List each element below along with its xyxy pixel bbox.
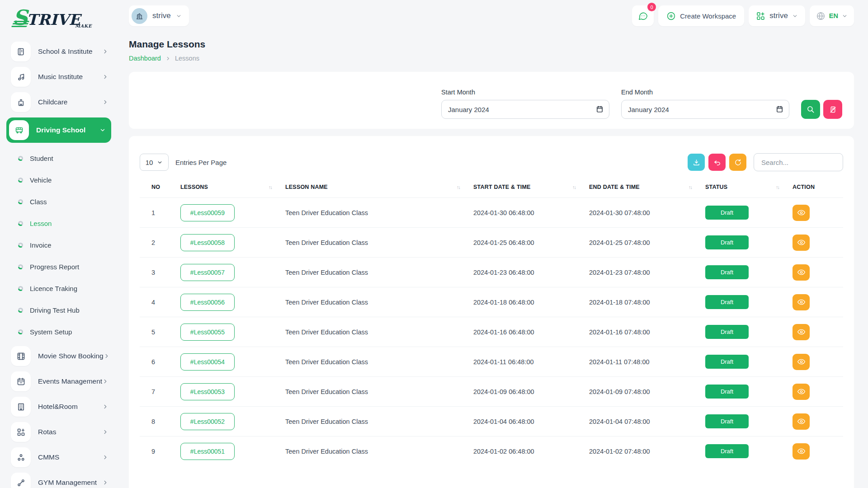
language-selector[interactable]: EN — [810, 5, 854, 26]
sidebar-subitem-label: Invoice — [30, 241, 52, 249]
sort-icon[interactable]: ↑↓ — [269, 184, 272, 190]
sort-icon[interactable]: ↑↓ — [457, 184, 460, 190]
sidebar-subitem-driving-test-hub[interactable]: Driving Test Hub — [11, 300, 108, 320]
download-icon — [693, 159, 700, 166]
export-button[interactable] — [688, 154, 705, 171]
search-icon — [807, 105, 815, 113]
row-number: 3 — [140, 258, 180, 287]
lesson-code-badge[interactable]: #Less00051 — [180, 443, 235, 460]
chevron-right-icon — [104, 353, 110, 359]
page-title: Manage Lessons — [129, 39, 854, 50]
column-header-status[interactable]: STATUS↑↓ — [705, 184, 793, 198]
sort-icon[interactable]: ↑↓ — [689, 184, 692, 190]
sidebar-item-events-management[interactable]: Events Management — [11, 371, 108, 391]
sidebar-subitem-licence-traking[interactable]: Licence Traking — [11, 278, 108, 298]
strive-logo[interactable]: STRIVE MAKE — [13, 5, 103, 31]
sidebar-subitem-student[interactable]: Student — [11, 148, 108, 168]
sidebar-item-hotel-room[interactable]: Hotel&Room — [11, 397, 108, 417]
eye-icon — [797, 238, 806, 247]
lesson-code-badge[interactable]: #Less00057 — [180, 264, 235, 281]
sidebar-item-cmms[interactable]: CMMS — [11, 447, 108, 467]
column-header-start-date-time[interactable]: START DATE & TIME↑↓ — [473, 184, 589, 198]
column-header-lesson-name[interactable]: LESSON NAME↑↓ — [285, 184, 473, 198]
chevron-down-icon — [176, 13, 182, 19]
status-badge: Draft — [705, 325, 749, 339]
eye-icon — [797, 447, 806, 455]
lesson-code-badge[interactable]: #Less00053 — [180, 383, 235, 400]
table-row: 1#Less00059Teen Driver Education Class20… — [140, 198, 843, 228]
sidebar-subitem-label: Student — [30, 155, 53, 162]
topbar-actions: 0 Create Workspace strive EN — [632, 5, 854, 26]
sidebar-item-music-institute[interactable]: Music Institute — [11, 67, 108, 87]
column-header-lessons[interactable]: LESSONS↑↓ — [180, 184, 285, 198]
workspace-selector[interactable]: strive — [129, 5, 189, 26]
view-button[interactable] — [793, 384, 810, 400]
lesson-code-badge[interactable]: #Less00054 — [180, 353, 235, 371]
filter-search-button[interactable] — [801, 100, 820, 119]
breadcrumb-dashboard-link[interactable]: Dashboard — [129, 55, 161, 62]
view-button[interactable] — [793, 413, 810, 430]
sidebar-subitem-system-setup[interactable]: System Setup — [11, 322, 108, 342]
page-header: Manage Lessons Dashboard Lessons — [129, 39, 854, 62]
entries-per-page-select[interactable]: 10 — [140, 154, 169, 171]
sidebar-item-label: Childcare — [38, 98, 67, 106]
view-button[interactable] — [793, 294, 810, 310]
view-button[interactable] — [793, 443, 810, 460]
view-button[interactable] — [793, 324, 810, 340]
logo-speed-lines-icon — [11, 21, 30, 27]
calendar-icon[interactable] — [776, 105, 783, 113]
status-badge: Draft — [705, 444, 749, 458]
refresh-button[interactable] — [729, 154, 746, 171]
lesson-code-badge[interactable]: #Less00056 — [180, 294, 235, 311]
undo-button[interactable] — [708, 154, 726, 171]
view-button[interactable] — [793, 264, 810, 281]
lesson-code-badge[interactable]: #Less00059 — [180, 204, 235, 221]
lesson-name: Teen Driver Education Class — [285, 228, 473, 258]
chat-button[interactable]: 0 — [632, 5, 654, 26]
sidebar-subitem-class[interactable]: Class — [11, 192, 108, 211]
filter-clear-button[interactable] — [823, 100, 842, 119]
view-button[interactable] — [793, 205, 810, 221]
table-search-input[interactable] — [754, 153, 843, 171]
sidebar-item-driving-school[interactable]: Driving School — [6, 117, 111, 143]
column-label: NO — [151, 184, 160, 190]
status-badge: Draft — [705, 385, 749, 399]
view-button[interactable] — [793, 235, 810, 251]
sidebar-subitem-invoice[interactable]: Invoice — [11, 235, 108, 255]
sidebar-subitem-progress-report[interactable]: Progress Report — [11, 257, 108, 277]
sidebar-subitem-label: Vehicle — [30, 176, 52, 184]
create-workspace-button[interactable]: Create Workspace — [658, 5, 744, 26]
sidebar-subitem-lesson[interactable]: Lesson — [11, 213, 108, 233]
view-button[interactable] — [793, 354, 810, 370]
calendar-icon[interactable] — [596, 105, 604, 113]
lesson-code-badge[interactable]: #Less00058 — [180, 234, 235, 251]
hotel-icon — [11, 397, 31, 417]
sidebar-item-school-institute[interactable]: School & Institute — [11, 42, 108, 61]
sort-icon[interactable]: ↑↓ — [572, 184, 576, 190]
lesson-name: Teen Driver Education Class — [285, 198, 473, 228]
sidebar-item-gym-management[interactable]: GYM Management — [11, 473, 108, 488]
sort-icon[interactable]: ↑↓ — [776, 184, 779, 190]
lesson-name: Teen Driver Education Class — [285, 436, 473, 466]
sidebar-item-childcare[interactable]: Childcare — [11, 92, 108, 112]
column-header-end-date-time[interactable]: END DATE & TIME↑↓ — [589, 184, 705, 198]
lesson-code-badge[interactable]: #Less00052 — [180, 413, 235, 430]
sidebar-item-movie-show-booking[interactable]: Movie Show Booking — [11, 346, 108, 366]
sidebar-submenu-driving-school: StudentVehicleClassLessonInvoiceProgress… — [11, 148, 108, 342]
bullet-icon — [18, 178, 23, 183]
music-icon — [11, 67, 31, 87]
sidebar-item-label: Movie Show Booking — [38, 352, 104, 360]
start-month-input[interactable] — [441, 100, 609, 119]
sidebar-subitem-vehicle[interactable]: Vehicle — [11, 170, 108, 190]
end-month-input[interactable] — [621, 100, 789, 119]
sidebar-subitem-label: Licence Traking — [30, 285, 77, 292]
chevron-down-icon — [842, 13, 848, 19]
lesson-code-badge[interactable]: #Less00055 — [180, 324, 235, 341]
main-content: strive 0 Create Workspace strive — [118, 0, 868, 488]
org-switcher[interactable]: strive — [749, 5, 805, 26]
movie-icon — [11, 346, 31, 366]
table-controls: 10 Entries Per Page — [140, 153, 843, 171]
column-label: LESSONS — [180, 184, 208, 190]
sidebar-item-rotas[interactable]: Rotas — [11, 422, 108, 442]
lesson-name: Teen Driver Education Class — [285, 377, 473, 407]
